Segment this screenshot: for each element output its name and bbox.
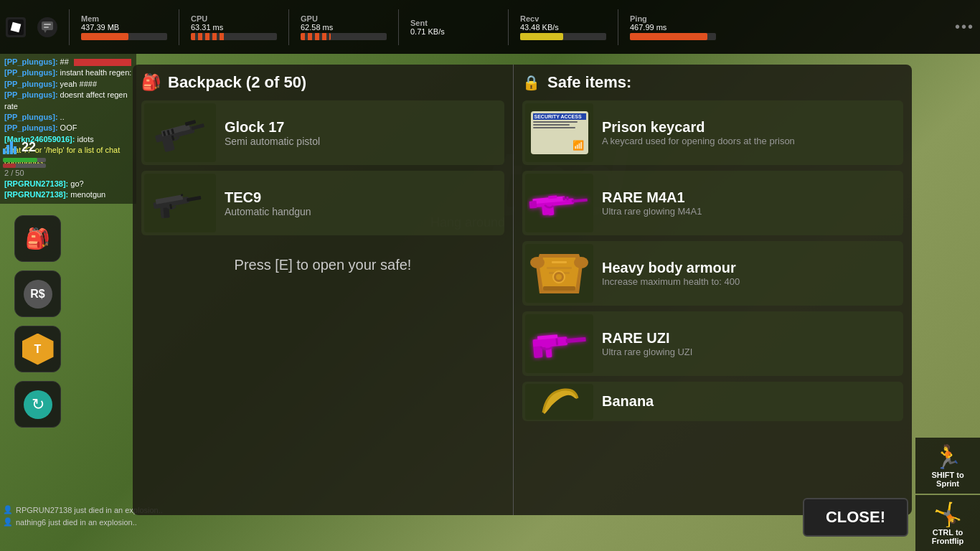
ctrl-frontflip-panel: 🤸 CTRL to Frontflip — [915, 495, 980, 551]
keycard-info: Prison keycard A keycard used for openin… — [602, 119, 900, 146]
sent-stat: Sent 0.71 KB/s — [410, 19, 496, 36]
armour-desc: Increase maximum health to: 400 — [602, 276, 900, 287]
glock17-info: Glock 17 Semi automatic pistol — [225, 119, 501, 147]
shield-button[interactable]: T — [14, 326, 61, 372]
chat-icon[interactable] — [37, 17, 57, 37]
svg-rect-2 — [42, 22, 53, 30]
uzi-image — [525, 314, 593, 373]
uzi-desc: Ultra rare glowing UZI — [602, 347, 900, 357]
refresh-icon: ↻ — [24, 390, 52, 419]
glock17-image — [144, 103, 216, 162]
divider-5 — [508, 9, 509, 45]
uzi-info: RARE UZI Ultra rare glowing UZI — [602, 330, 900, 357]
chat-line-4: [PP_plungus]: doesnt affect regen rate — [4, 90, 132, 112]
banana-info: Banana — [602, 393, 900, 410]
frontflip-icon: 🤸 — [921, 501, 974, 528]
divider-6 — [618, 9, 618, 45]
armour-info: Heavy body armour Increase maximum healt… — [602, 260, 900, 287]
glock17-name: Glock 17 — [225, 119, 501, 136]
tec9-image — [144, 174, 216, 232]
keycard-desc: A keycard used for opening doors at the … — [602, 136, 900, 146]
banana-svg — [536, 384, 583, 420]
level-icon — [3, 141, 17, 154]
chat-line-5: [PP_plungus]: .. — [4, 112, 132, 123]
player-level: 22 — [22, 140, 36, 155]
backpack-item-list: Glock 17 Semi automatic pistol — [141, 100, 504, 235]
glock17-desc: Semi automatic pistol — [225, 136, 501, 147]
svg-rect-7 — [6, 145, 9, 154]
backpack-panel: 🎒 Backpack (2 of 50) — [133, 65, 513, 515]
svg-rect-33 — [562, 197, 565, 200]
svg-rect-5 — [44, 27, 49, 28]
roblox-logo — [6, 17, 26, 37]
uzi-svg — [527, 324, 592, 364]
backpack-count: 2 / 50 — [4, 169, 132, 177]
chat-line-3: [PP_plungus]: yeah #### — [4, 79, 132, 90]
shift-sprint-panel: 🏃 SHIFT to Sprint — [915, 438, 980, 494]
backpack-header: 🎒 Backpack (2 of 50) — [141, 73, 504, 92]
svg-point-36 — [574, 257, 588, 268]
svg-marker-3 — [44, 30, 47, 33]
backpack-button[interactable]: 🎒 — [14, 215, 61, 262]
safe-item-armour[interactable]: Heavy body armour Increase maximum healt… — [522, 241, 903, 306]
cpu-stat: CPU 63.31 ms — [191, 14, 277, 40]
refresh-button[interactable]: ↻ — [14, 381, 61, 428]
svg-rect-42 — [543, 286, 575, 291]
m4a1-svg — [527, 184, 592, 223]
backpack-icon: 🎒 — [25, 227, 50, 250]
keycard-title: SECURITY ACCESS — [533, 113, 586, 120]
backpack-title: Backpack (2 of 50) — [168, 73, 306, 92]
m4a1-desc: Ultra rare glowing M4A1 — [602, 206, 900, 217]
safe-prompt: Press [E] to open your safe! — [141, 250, 504, 281]
main-panel: 🎒 Backpack (2 of 50) — [133, 65, 912, 515]
left-buttons: 🎒 R$ T ↻ — [14, 215, 61, 428]
top-bar: Mem 437.39 MB CPU 63.31 ms GPU 62.58 ms … — [0, 0, 980, 54]
banana-image — [525, 384, 593, 420]
gpu-stat: GPU 62.58 ms — [301, 14, 387, 40]
keycard-image: SECURITY ACCESS 📶 — [525, 103, 593, 162]
robux-button[interactable]: R$ — [14, 270, 61, 317]
shield-icon: T — [22, 334, 54, 365]
safe-item-banana[interactable]: Banana — [522, 382, 903, 421]
robux-icon: R$ — [24, 280, 52, 309]
safe-item-keycard[interactable]: SECURITY ACCESS 📶 Prison keycard A keyca… — [522, 100, 903, 165]
chat-panel: [PP_plungus]: ## [PP_plungus]: instant h… — [0, 54, 136, 204]
tec9-desc: Automatic handgun — [225, 206, 501, 217]
svg-rect-34 — [566, 196, 568, 199]
close-button[interactable]: CLOSE! — [803, 498, 908, 537]
divider-2 — [179, 9, 179, 45]
tec9-svg — [148, 184, 212, 223]
svg-rect-28 — [571, 198, 587, 202]
armour-image — [525, 244, 593, 303]
player-stats: 22 — [3, 140, 46, 168]
safe-item-m4a1[interactable]: RARE M4A1 Ultra rare glowing M4A1 — [522, 171, 903, 235]
item-tec9[interactable]: TEC9 Automatic handgun — [141, 171, 504, 235]
divider-4 — [398, 9, 399, 45]
safe-header: 🔒 Safe items: — [522, 73, 903, 92]
chat-line-2: [PP_plungus]: instant health regen: — [4, 67, 132, 78]
svg-rect-12 — [185, 119, 197, 126]
m4a1-image — [525, 174, 593, 232]
chat-line-9: [RPGRUN27138]: menotgun — [4, 189, 132, 200]
svg-rect-37 — [552, 261, 567, 263]
banana-name: Banana — [602, 393, 900, 410]
svg-rect-20 — [187, 195, 202, 201]
sprint-icon: 🏃 — [921, 443, 974, 471]
svg-point-35 — [530, 257, 545, 268]
safe-panel: 🔒 Safe items: SECURITY ACCESS 📶 Prison k… — [513, 65, 912, 515]
armour-name: Heavy body armour — [602, 260, 900, 276]
shift-sprint-text: SHIFT to Sprint — [921, 471, 974, 488]
divider-1 — [69, 9, 70, 45]
svg-rect-29 — [529, 200, 537, 208]
chat-line-8: [RPGRUN27138]: go? — [4, 179, 132, 189]
tec9-name: TEC9 — [225, 189, 501, 206]
safe-title: Safe items: — [547, 73, 631, 92]
svg-rect-4 — [44, 24, 51, 25]
svg-rect-23 — [163, 207, 169, 218]
item-glock17[interactable]: Glock 17 Semi automatic pistol — [141, 100, 504, 165]
armour-svg — [529, 247, 590, 301]
menu-dots[interactable]: ••• — [955, 19, 974, 35]
safe-item-uzi[interactable]: RARE UZI Ultra rare glowing UZI — [522, 311, 903, 376]
svg-rect-13 — [191, 123, 204, 130]
death-2: 👤 nathing6 just died in an explosion.. — [3, 517, 163, 527]
